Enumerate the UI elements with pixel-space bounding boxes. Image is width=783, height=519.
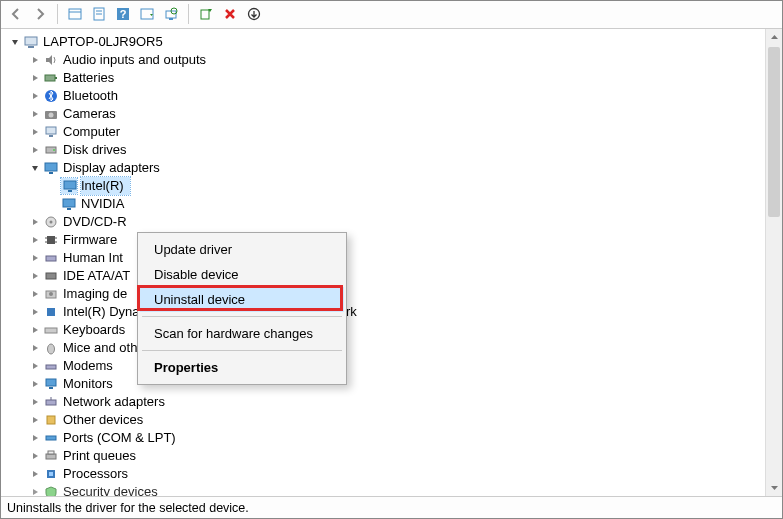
tree-category[interactable]: Processors (1, 465, 765, 483)
scroll-thumb[interactable] (768, 47, 780, 217)
display-icon (43, 160, 59, 176)
chevron-right-icon[interactable] (27, 358, 43, 374)
tree-category[interactable]: Security devices (1, 483, 765, 497)
display-icon (61, 196, 77, 212)
show-hidden-button[interactable] (64, 3, 86, 25)
scroll-up-icon[interactable] (766, 29, 782, 46)
tree-root[interactable]: LAPTOP-0LJR9OR5 (1, 33, 765, 51)
tree-category[interactable]: Firmware (1, 231, 765, 249)
tree-category[interactable]: Cameras (1, 105, 765, 123)
tree-category[interactable]: DVD/CD-R (1, 213, 765, 231)
tree-device-nvidia[interactable]: NVIDIA (1, 195, 765, 213)
chevron-right-icon[interactable] (27, 448, 43, 464)
menu-separator (142, 316, 342, 317)
tree-device-intel[interactable]: Intel(R) (1, 177, 765, 195)
tree-category[interactable]: Computer (1, 123, 765, 141)
device-tree[interactable]: LAPTOP-0LJR9OR5 Audio inputs and outputs… (1, 29, 765, 497)
chevron-right-icon[interactable] (27, 466, 43, 482)
tree-category[interactable]: Print queues (1, 447, 765, 465)
menu-disable-device[interactable]: Disable device (140, 262, 344, 287)
tree-category-display-adapters[interactable]: Display adapters (1, 159, 765, 177)
svg-rect-14 (28, 46, 34, 48)
vertical-scrollbar[interactable] (765, 29, 782, 497)
chevron-right-icon[interactable] (27, 124, 43, 140)
tree-category[interactable]: Batteries (1, 69, 765, 87)
firmware-icon (43, 232, 59, 248)
tree-category[interactable]: Mice and other pointing devices (1, 339, 765, 357)
scan-hardware-icon (164, 7, 178, 21)
menu-uninstall-device[interactable]: Uninstall device (140, 287, 344, 312)
svg-rect-54 (49, 472, 53, 476)
scan-hardware-button[interactable] (160, 3, 182, 25)
add-driver-button[interactable] (195, 3, 217, 25)
help-button[interactable]: ? (112, 3, 134, 25)
chevron-right-icon[interactable] (27, 250, 43, 266)
chevron-right-icon[interactable] (27, 430, 43, 446)
tree-category[interactable]: Human Int (1, 249, 765, 267)
remove-button[interactable] (219, 3, 241, 25)
network-icon (43, 394, 59, 410)
tree-category[interactable]: Intel(R) Dynamic Platform and Thermal Fr… (1, 303, 765, 321)
chevron-right-icon[interactable] (27, 88, 43, 104)
svg-rect-41 (47, 308, 55, 316)
chevron-right-icon[interactable] (27, 376, 43, 392)
chevron-right-icon[interactable] (27, 52, 43, 68)
svg-rect-24 (45, 163, 57, 171)
chevron-right-icon[interactable] (27, 106, 43, 122)
port-icon (43, 430, 59, 446)
chevron-right-icon[interactable] (27, 394, 43, 410)
svg-rect-13 (25, 37, 37, 45)
svg-rect-32 (47, 236, 55, 244)
svg-point-23 (53, 149, 55, 151)
chevron-right-icon[interactable] (27, 142, 43, 158)
chevron-right-icon[interactable] (27, 286, 43, 302)
properties-button[interactable] (88, 3, 110, 25)
scroll-down-icon[interactable] (766, 479, 782, 496)
tree-category[interactable]: Bluetooth (1, 87, 765, 105)
action-button[interactable] (136, 3, 158, 25)
nav-forward-button[interactable] (29, 3, 51, 25)
tree-root-label: LAPTOP-0LJR9OR5 (43, 33, 163, 51)
tree-category[interactable]: Imaging de (1, 285, 765, 303)
tree-category[interactable]: Disk drives (1, 141, 765, 159)
tree-category[interactable]: Modems (1, 357, 765, 375)
tree-category[interactable]: IDE ATA/AT (1, 267, 765, 285)
tree-category[interactable]: Monitors (1, 375, 765, 393)
tree-category[interactable]: Other devices (1, 411, 765, 429)
more-button[interactable] (243, 3, 265, 25)
nav-back-icon (9, 7, 23, 21)
action-icon (140, 7, 154, 21)
chevron-right-icon[interactable] (27, 214, 43, 230)
device-manager-window: ? LAPTOP- (0, 0, 783, 519)
svg-rect-26 (64, 181, 76, 189)
imaging-icon (43, 286, 59, 302)
hid-icon (43, 250, 59, 266)
tree-category[interactable]: Ports (COM & LPT) (1, 429, 765, 447)
svg-rect-0 (69, 9, 81, 19)
tree-category[interactable]: Audio inputs and outputs (1, 51, 765, 69)
chevron-right-icon[interactable] (27, 268, 43, 284)
chevron-right-icon[interactable] (27, 304, 43, 320)
svg-rect-11 (201, 10, 209, 19)
chevron-right-icon[interactable] (27, 322, 43, 338)
chevron-right-icon[interactable] (27, 484, 43, 497)
chevron-right-icon[interactable] (27, 70, 43, 86)
svg-rect-28 (63, 199, 75, 207)
menu-properties[interactable]: Properties (140, 355, 344, 380)
tree-category[interactable]: Network adapters (1, 393, 765, 411)
tree-category[interactable]: Keyboards (1, 321, 765, 339)
nav-back-button[interactable] (5, 3, 27, 25)
keyboard-icon (43, 322, 59, 338)
chevron-right-icon[interactable] (27, 340, 43, 356)
menu-scan-hardware[interactable]: Scan for hardware changes (140, 321, 344, 346)
menu-update-driver[interactable]: Update driver (140, 237, 344, 262)
security-icon (43, 484, 59, 497)
chevron-right-icon[interactable] (27, 232, 43, 248)
svg-rect-20 (46, 127, 56, 134)
chevron-down-icon[interactable] (27, 160, 43, 176)
svg-rect-16 (55, 77, 57, 79)
svg-rect-37 (46, 256, 56, 261)
chevron-down-icon[interactable] (7, 34, 23, 50)
svg-rect-46 (49, 387, 53, 389)
chevron-right-icon[interactable] (27, 412, 43, 428)
